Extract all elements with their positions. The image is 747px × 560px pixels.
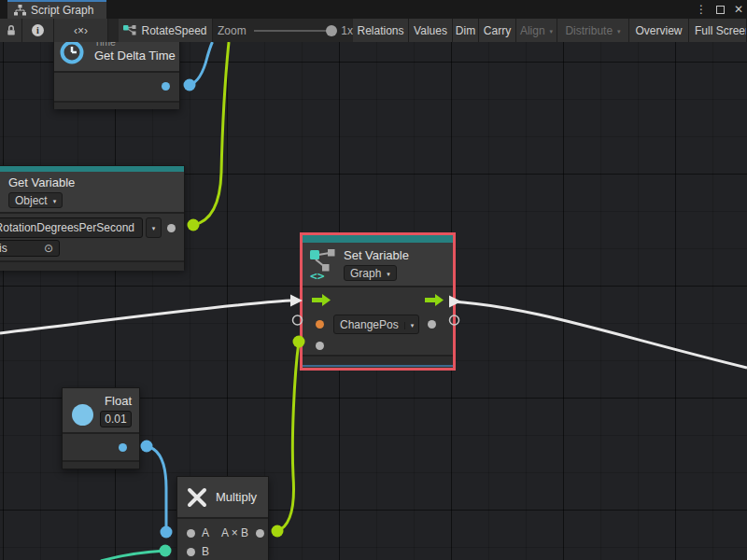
values-label: Values [414,24,447,37]
graph-canvas[interactable]: Time Get Delta Time Get Variable Object … [0,42,747,560]
control-output-arrow-icon[interactable] [425,294,444,306]
distribute-label: Distribute [565,24,613,37]
port-label-b: B [202,545,209,558]
wire-end-dot [160,545,172,557]
graph-node-icon [123,25,136,36]
relations-label: Relations [357,24,403,37]
node-get-delta-time[interactable]: Time Get Delta Time [53,42,180,109]
input-port-name[interactable] [316,320,324,329]
variable-kind-dropdown[interactable]: Object ▾ [8,192,63,208]
overview-label: Overview [635,24,682,37]
variable-name-input[interactable]: RotationDegreesPerSecond [0,217,143,238]
fullscreen-button[interactable]: Full Screen [689,19,747,42]
set-variable-icon: <> [309,247,337,281]
align-button: Align▾ [516,19,557,42]
input-port-b[interactable] [187,548,195,556]
graph-toolbar: i ‹×› RotateSpeed Zoom 1x Relations Valu… [0,19,747,42]
node-set-variable-selection: <> Set Variable Graph ▾ [300,232,456,371]
variable-kind-value: Object [15,194,48,207]
node-multiply[interactable]: Multiply A A × B B [176,476,269,560]
chevron-down-icon: ▾ [53,198,57,205]
node-title: Get Variable [8,175,75,189]
code-icon: ‹×› [74,24,88,37]
fullscreen-label: Full Screen [695,24,747,37]
info-button[interactable]: i [22,19,54,42]
variable-kind-value: Graph [350,267,381,280]
wire-float-to-multiply[interactable] [147,446,166,532]
multiply-icon [186,486,208,509]
clock-icon [59,42,85,65]
lock-icon [6,24,17,36]
wire-to-multiply-b[interactable] [101,551,165,560]
float-value-input[interactable]: 0.01 [100,411,132,427]
variable-node-accent [303,235,453,243]
float-value: 0.01 [105,413,126,426]
wire-control-right[interactable] [451,301,747,368]
tab-title: Script Graph [31,4,93,17]
variable-kind-dropdown[interactable]: Graph ▾ [344,265,397,281]
script-graph-window: Script Graph ⋮ ✕ i ‹×› [0,0,747,560]
close-icon[interactable]: ✕ [734,0,743,19]
node-category: Time [94,42,116,48]
output-port-product[interactable] [256,529,264,538]
output-port-value[interactable] [428,320,436,329]
wire-end-dot [184,79,196,91]
tab-bar: Script Graph ⋮ ✕ [0,0,747,19]
zoom-slider-handle[interactable] [326,25,337,36]
chevron-down-icon: ▾ [617,28,621,35]
wire-end-dot [272,525,284,538]
relations-button[interactable]: Relations [353,19,409,42]
node-float[interactable]: Float 0.01 [62,387,140,469]
breadcrumb[interactable]: RotateSpeed [119,19,213,42]
node-title: Get Delta Time [94,49,176,63]
target-object-value: This [0,242,7,255]
output-port-value[interactable] [167,224,176,232]
input-port-value[interactable] [316,342,324,350]
float-icon [72,404,93,426]
output-port-delta-time[interactable] [162,82,170,91]
chevron-down-icon: ▾ [404,322,415,329]
wire-get-variable[interactable] [193,42,229,225]
node-set-variable[interactable]: <> Set Variable Graph ▾ [303,235,453,368]
inspect-values-button[interactable]: ‹×› [54,19,108,42]
dim-button[interactable]: Dim [453,19,479,42]
zoom-value: 1x [341,24,353,37]
chevron-down-icon: ▾ [152,225,156,232]
object-picker-icon[interactable]: ⊙ [44,242,53,255]
wire-multiply-to-set[interactable] [277,342,299,531]
carry-button[interactable]: Carry [479,19,516,42]
control-input-arrow-icon[interactable] [312,294,331,306]
zoom-control: Zoom 1x [213,19,353,42]
zoom-slider[interactable] [254,30,334,32]
toolbar-gap [108,19,119,42]
lock-button[interactable] [0,19,22,42]
port-label-product: A × B [221,526,248,539]
port-label-a: A [202,526,209,539]
dim-label: Dim [456,24,475,37]
node-title: Float [105,394,132,408]
chevron-down-icon: ▾ [550,28,554,35]
node-title: Multiply [216,490,257,504]
wire-end-dot [188,219,200,231]
maximize-icon[interactable] [716,6,725,14]
carry-label: Carry [484,24,511,37]
info-icon: i [32,24,44,36]
node-get-variable[interactable]: Get Variable Object ▾ RotationDegreesPer… [0,165,185,270]
target-object-field[interactable]: This ⊙ [0,240,60,257]
overview-button[interactable]: Overview [629,19,689,42]
kebab-menu-icon[interactable]: ⋮ [696,0,707,19]
variable-name-dropdown[interactable]: ChangePos ▾ [333,315,419,334]
graph-hierarchy-icon [14,5,26,16]
variable-name-dropdown-button[interactable]: ▾ [146,217,162,238]
values-button[interactable]: Values [409,19,453,42]
wire-control-left[interactable] [0,301,290,333]
wire-end-dot [141,441,153,453]
node-title: Set Variable [344,248,409,262]
wire-delta-time[interactable] [190,42,213,85]
distribute-button: Distribute▾ [557,19,629,42]
zoom-label: Zoom [218,24,247,37]
output-port-float[interactable] [119,443,127,452]
tab-script-graph[interactable]: Script Graph [7,0,106,19]
input-port-a[interactable] [187,529,195,538]
variable-name-value: ChangePos [340,318,399,331]
